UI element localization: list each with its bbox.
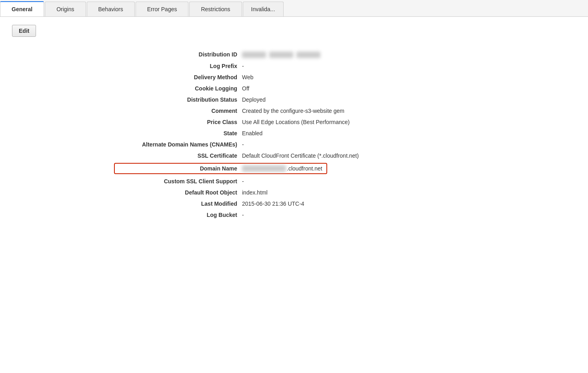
field-label-ssl-cert: SSL Certificate bbox=[114, 152, 242, 159]
tab-behaviors[interactable]: Behaviors bbox=[87, 2, 135, 16]
field-row-delivery-method: Delivery Method Web bbox=[114, 72, 474, 83]
field-row-cnames: Alternate Domain Names (CNAMEs) - bbox=[114, 139, 474, 150]
field-row-custom-ssl: Custom SSL Client Support - bbox=[114, 176, 474, 187]
tab-origins[interactable]: Origins bbox=[45, 2, 86, 16]
content-area: Edit Distribution ID Log Prefix - Delive… bbox=[0, 17, 588, 229]
field-value-log-bucket: - bbox=[242, 212, 244, 218]
field-value-ssl-cert: Default CloudFront Certificate (*.cloudf… bbox=[242, 152, 359, 159]
field-row-default-root: Default Root Object index.html bbox=[114, 187, 474, 198]
field-row-cookie-logging: Cookie Logging Off bbox=[114, 83, 474, 94]
field-value-custom-ssl: - bbox=[242, 178, 244, 184]
tab-error-pages[interactable]: Error Pages bbox=[136, 2, 189, 16]
field-value-distribution-id bbox=[242, 51, 320, 58]
field-label-comment: Comment bbox=[114, 108, 242, 114]
tab-bar: General Origins Behaviors Error Pages Re… bbox=[0, 0, 588, 17]
field-row-ssl-cert: SSL Certificate Default CloudFront Certi… bbox=[114, 150, 474, 161]
field-label-distribution-id: Distribution ID bbox=[114, 51, 242, 58]
field-value-price-class: Use All Edge Locations (Best Performance… bbox=[242, 119, 350, 125]
field-label-price-class: Price Class bbox=[114, 119, 242, 125]
field-value-last-modified: 2015-06-30 21:36 UTC-4 bbox=[242, 201, 304, 207]
field-row-last-modified: Last Modified 2015-06-30 21:36 UTC-4 bbox=[114, 198, 474, 209]
field-value-state: Enabled bbox=[242, 130, 262, 136]
field-value-log-prefix: - bbox=[242, 63, 244, 69]
field-label-cookie-logging: Cookie Logging bbox=[114, 85, 242, 92]
field-row-distribution-id: Distribution ID bbox=[114, 49, 474, 60]
field-label-custom-ssl: Custom SSL Client Support bbox=[114, 178, 242, 184]
field-label-log-prefix: Log Prefix bbox=[114, 63, 242, 69]
field-row-price-class: Price Class Use All Edge Locations (Best… bbox=[114, 116, 474, 128]
edit-button[interactable]: Edit bbox=[12, 25, 36, 37]
field-label-default-root: Default Root Object bbox=[114, 189, 242, 196]
fields-table: Distribution ID Log Prefix - Delivery Me… bbox=[114, 49, 474, 221]
tab-restrictions[interactable]: Restrictions bbox=[189, 2, 242, 16]
field-row-log-prefix: Log Prefix - bbox=[114, 60, 474, 72]
field-value-distribution-status: Deployed bbox=[242, 96, 266, 103]
field-value-domain-name: .cloudfront.net bbox=[242, 165, 322, 172]
field-value-comment: Created by the configure-s3-website gem bbox=[242, 108, 344, 114]
field-row-state: State Enabled bbox=[114, 128, 474, 139]
field-value-default-root: index.html bbox=[242, 189, 268, 196]
field-label-domain-name: Domain Name bbox=[119, 165, 242, 172]
tab-general[interactable]: General bbox=[0, 1, 44, 16]
field-row-distribution-status: Distribution Status Deployed bbox=[114, 94, 474, 105]
field-value-cookie-logging: Off bbox=[242, 85, 249, 92]
field-row-comment: Comment Created by the configure-s3-webs… bbox=[114, 105, 474, 116]
field-label-last-modified: Last Modified bbox=[114, 201, 242, 207]
field-value-delivery-method: Web bbox=[242, 74, 254, 80]
field-value-cnames: - bbox=[242, 141, 244, 148]
field-row-domain-name: Domain Name .cloudfront.net bbox=[114, 161, 474, 176]
field-label-log-bucket: Log Bucket bbox=[114, 212, 242, 218]
tab-invalidations[interactable]: Invalida... bbox=[243, 2, 284, 16]
field-label-distribution-status: Distribution Status bbox=[114, 96, 242, 103]
field-label-cnames: Alternate Domain Names (CNAMEs) bbox=[114, 141, 242, 148]
field-row-log-bucket: Log Bucket - bbox=[114, 209, 474, 221]
field-label-state: State bbox=[114, 130, 242, 136]
field-label-delivery-method: Delivery Method bbox=[114, 74, 242, 80]
